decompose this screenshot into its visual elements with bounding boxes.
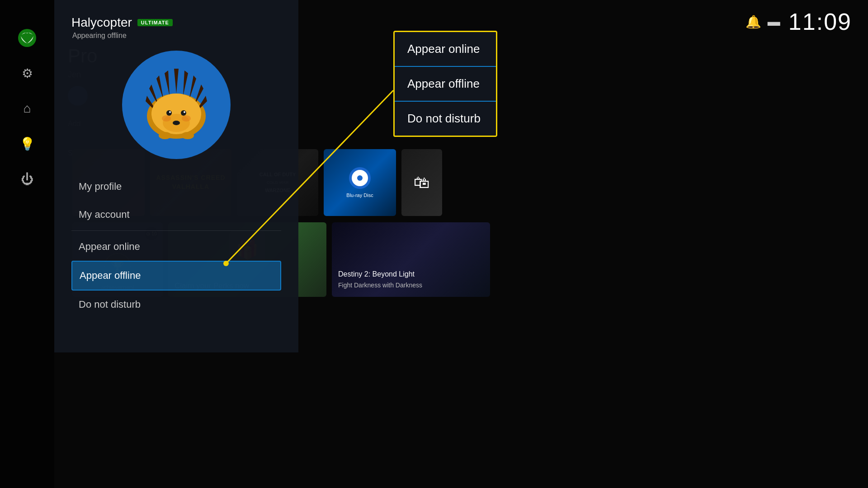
- svg-marker-7: [156, 75, 164, 100]
- tile-destiny-label: Destiny 2: Beyond LightFight Darkness wi…: [338, 269, 422, 291]
- my-account-label: My account: [79, 209, 130, 220]
- my-profile-label: My profile: [79, 181, 122, 192]
- lightbulb-icon[interactable]: 💡: [16, 133, 38, 155]
- svg-marker-3: [183, 70, 188, 96]
- menu-item-do-not-disturb[interactable]: Do not disturb: [71, 291, 281, 319]
- xbox-logo-icon[interactable]: [16, 27, 38, 49]
- settings-icon[interactable]: ⚙: [16, 62, 38, 84]
- svg-point-16: [184, 111, 185, 113]
- svg-point-13: [166, 110, 172, 116]
- bag-icon: 🛍: [414, 173, 430, 192]
- svg-point-0: [18, 29, 36, 47]
- username-text: Halycopter: [71, 15, 132, 30]
- zoom-appear-offline-label: Appear offline: [407, 77, 480, 90]
- svg-point-19: [182, 115, 191, 122]
- svg-point-17: [173, 121, 180, 125]
- svg-point-15: [169, 111, 171, 113]
- do-not-disturb-label: Do not disturb: [79, 299, 141, 310]
- power-icon[interactable]: ⏻: [16, 168, 38, 190]
- tile-destiny[interactable]: Destiny 2: Beyond LightFight Darkness wi…: [332, 222, 490, 297]
- svg-marker-2: [174, 69, 179, 94]
- tile-bluray-text: Blu-ray Disc: [346, 192, 373, 198]
- zoom-do-not-disturb[interactable]: Do not disturb: [395, 102, 496, 136]
- clock: 11:09: [788, 8, 852, 35]
- sidebar: ⚙ ⌂ 💡 ⏻: [0, 0, 54, 488]
- top-bar: 🔔 ▬ 11:09: [729, 0, 868, 43]
- appear-online-label: Appear online: [79, 241, 140, 252]
- zoom-appear-online[interactable]: Appear online: [395, 32, 496, 66]
- svg-point-20: [159, 132, 171, 139]
- menu-item-appear-offline[interactable]: Appear offline: [71, 261, 281, 291]
- appear-offline-label: Appear offline: [80, 270, 141, 281]
- profile-header: Halycopter ULTIMATE Appearing offline: [71, 15, 281, 40]
- menu-item-appear-online[interactable]: Appear online: [71, 233, 281, 261]
- svg-point-14: [181, 110, 186, 116]
- svg-point-21: [181, 132, 194, 139]
- svg-marker-6: [165, 70, 170, 96]
- profile-status-text: Appearing offline: [72, 32, 281, 40]
- avatar-container: [71, 51, 281, 159]
- mute-icon: 🔔: [745, 14, 761, 29]
- zoom-popup: Appear online Appear offline Do not dist…: [393, 31, 497, 137]
- status-icons: 🔔 ▬: [745, 14, 780, 29]
- ultimate-badge: ULTIMATE: [137, 19, 173, 26]
- hedgehog-illustration: [131, 60, 222, 150]
- battery-icon: ▬: [768, 14, 780, 29]
- zoom-appear-offline[interactable]: Appear offline: [395, 67, 496, 101]
- profile-panel: Halycopter ULTIMATE Appearing offline: [54, 0, 298, 352]
- avatar: [122, 51, 231, 159]
- home-icon[interactable]: ⌂: [16, 98, 38, 119]
- menu-items: My profile My account Appear online Appe…: [71, 173, 281, 319]
- zoom-do-not-disturb-label: Do not disturb: [407, 112, 481, 125]
- svg-point-18: [162, 115, 171, 122]
- menu-item-my-profile[interactable]: My profile: [71, 173, 281, 201]
- menu-divider-1: [71, 230, 281, 231]
- menu-item-my-account[interactable]: My account: [71, 201, 281, 229]
- zoom-appear-online-label: Appear online: [407, 42, 480, 56]
- game-tile-bag[interactable]: 🛍: [401, 149, 442, 216]
- game-tile-bluray[interactable]: Blu-ray Disc: [324, 149, 396, 216]
- svg-marker-4: [189, 75, 196, 100]
- profile-username: Halycopter ULTIMATE: [71, 15, 281, 30]
